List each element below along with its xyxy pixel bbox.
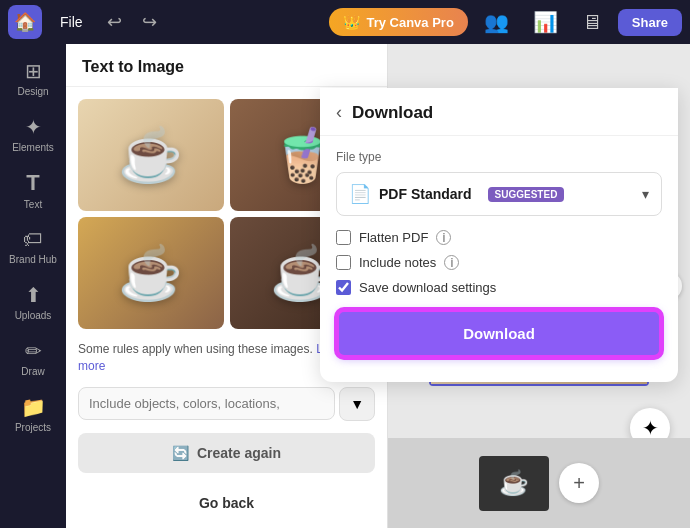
main-layout: ⊞ Design ✦ Elements T Text 🏷 Brand Hub ⬆… <box>0 44 690 528</box>
page-thumbnail[interactable]: ☕ <box>479 456 549 511</box>
flatten-pdf-checkbox[interactable] <box>336 230 351 245</box>
flatten-pdf-row: Flatten PDF i <box>336 230 662 245</box>
magic-icon: ✦ <box>642 416 659 440</box>
go-back-button[interactable]: Go back <box>78 485 375 521</box>
flatten-info-icon[interactable]: i <box>436 230 451 245</box>
flatten-pdf-label: Flatten PDF <box>359 230 428 245</box>
sidebar-label-draw: Draw <box>21 366 44 377</box>
file-type-select[interactable]: 📄 PDF Standard SUGGESTED ▾ <box>336 172 662 216</box>
chevron-down-icon: ▾ <box>642 186 649 202</box>
sidebar-label-elements: Elements <box>12 142 54 153</box>
file-type-name: PDF Standard <box>379 186 472 202</box>
elements-icon: ✦ <box>25 115 42 139</box>
uploads-icon: ⬆ <box>25 283 42 307</box>
sidebar-item-brandhub[interactable]: 🏷 Brand Hub <box>5 220 61 272</box>
download-panel: ‹ Download File type 📄 PDF Standard SUGG… <box>320 88 678 382</box>
sidebar-label-uploads: Uploads <box>15 310 52 321</box>
include-notes-label: Include notes <box>359 255 436 270</box>
notes-info-icon[interactable]: i <box>444 255 459 270</box>
create-again-label: Create again <box>197 445 281 461</box>
sidebar-item-uploads[interactable]: ⬆ Uploads <box>5 276 61 328</box>
save-settings-row: Save download settings <box>336 280 662 295</box>
pro-label: Try Canva Pro <box>366 15 453 30</box>
download-panel-header: ‹ Download <box>320 88 678 136</box>
present-icon[interactable]: 🖥 <box>574 7 610 38</box>
topbar: 🏠 File ↩ ↪ 👑 Try Canva Pro 👥 📊 🖥 Share <box>0 0 690 44</box>
tti-image-1[interactable]: ☕ <box>78 99 224 211</box>
tti-image-3[interactable]: ☕ <box>78 217 224 329</box>
add-page-button[interactable]: + <box>559 463 599 503</box>
save-settings-label: Save download settings <box>359 280 496 295</box>
analytics-icon[interactable]: 📊 <box>525 6 566 38</box>
include-notes-row: Include notes i <box>336 255 662 270</box>
crown-icon: 👑 <box>343 14 360 30</box>
sidebar-label-design: Design <box>17 86 48 97</box>
download-back-button[interactable]: ‹ <box>336 102 342 123</box>
bottom-strip: ☕ + <box>388 438 690 528</box>
home-icon: 🏠 <box>14 11 36 33</box>
text-icon: T <box>26 170 39 196</box>
sidebar-label-projects: Projects <box>15 422 51 433</box>
sidebar: ⊞ Design ✦ Elements T Text 🏷 Brand Hub ⬆… <box>0 44 66 528</box>
coffee-icon-3: ☕ <box>118 243 183 304</box>
design-icon: ⊞ <box>25 59 42 83</box>
projects-icon: 📁 <box>21 395 46 419</box>
create-again-button[interactable]: 🔄 Create again <box>78 433 375 473</box>
redo-button[interactable]: ↪ <box>136 7 163 37</box>
download-title: Download <box>352 103 433 123</box>
sidebar-item-elements[interactable]: ✦ Elements <box>5 108 61 160</box>
try-pro-button[interactable]: 👑 Try Canva Pro <box>329 8 467 36</box>
draw-icon: ✏ <box>25 339 42 363</box>
download-button[interactable]: Download <box>336 309 662 358</box>
sidebar-item-draw[interactable]: ✏ Draw <box>5 332 61 384</box>
suggested-badge: SUGGESTED <box>488 187 565 202</box>
pdf-icon: 📄 <box>349 183 371 205</box>
home-button[interactable]: 🏠 <box>8 5 42 39</box>
refresh-icon: 🔄 <box>172 445 189 461</box>
sidebar-label-brandhub: Brand Hub <box>9 254 57 265</box>
sidebar-item-text[interactable]: T Text <box>5 164 61 216</box>
file-menu[interactable]: File <box>50 10 93 34</box>
tti-input-row: ▼ <box>78 387 375 421</box>
include-notes-checkbox[interactable] <box>336 255 351 270</box>
save-settings-checkbox[interactable] <box>336 280 351 295</box>
file-type-label: File type <box>336 150 662 164</box>
tti-dropdown-btn[interactable]: ▼ <box>339 387 375 421</box>
download-body: File type 📄 PDF Standard SUGGESTED ▾ Fla… <box>320 136 678 366</box>
people-icon[interactable]: 👥 <box>476 6 517 38</box>
share-button[interactable]: Share <box>618 9 682 36</box>
coffee-icon-1: ☕ <box>118 125 183 186</box>
tti-title: Text to Image <box>66 44 387 87</box>
sidebar-label-text: Text <box>24 199 42 210</box>
sidebar-item-design[interactable]: ⊞ Design <box>5 52 61 104</box>
sidebar-item-projects[interactable]: 📁 Projects <box>5 388 61 440</box>
brandhub-icon: 🏷 <box>23 228 43 251</box>
undo-button[interactable]: ↩ <box>101 7 128 37</box>
file-type-left: 📄 PDF Standard SUGGESTED <box>349 183 564 205</box>
plus-icon: + <box>573 472 585 495</box>
tti-prompt-input[interactable] <box>78 387 335 420</box>
